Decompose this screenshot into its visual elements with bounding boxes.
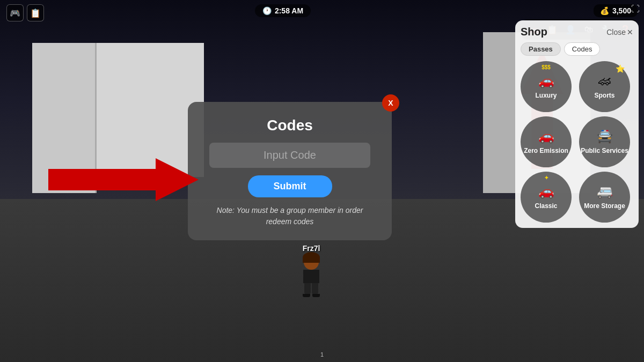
- classic-badge: ✦: [544, 175, 548, 181]
- classic-label: Classic: [535, 202, 557, 210]
- svg-marker-0: [48, 158, 199, 201]
- player-name: Frz7l: [303, 244, 320, 253]
- car-category-luxury[interactable]: $$$ 🚗 Luxury: [521, 61, 572, 112]
- shop-close-label: Close: [606, 28, 626, 36]
- luxury-label: Luxury: [535, 92, 557, 99]
- char-foot-left: [303, 294, 310, 297]
- more-storage-icon: 🚐: [597, 184, 613, 199]
- currency-value: 3,500: [612, 6, 631, 15]
- red-arrow-right: [48, 158, 199, 201]
- shop-tabs: Passes Codes: [521, 42, 633, 56]
- fullscreen-icon[interactable]: ⛶: [631, 4, 640, 14]
- code-input[interactable]: [209, 143, 370, 168]
- modal-close-button[interactable]: X: [382, 94, 399, 112]
- car-category-more-storage[interactable]: 🚐 More Storage: [579, 172, 630, 223]
- car-category-public-services[interactable]: 🚔 Public Services: [579, 116, 630, 167]
- char-leg-right: [312, 283, 318, 294]
- modal-note: Note: You must be a group member in orde…: [209, 205, 370, 227]
- character: Frz7l: [301, 244, 322, 287]
- char-hair: [303, 252, 320, 263]
- time-display: 🕐 2:58 AM: [255, 4, 311, 17]
- more-storage-label: More Storage: [584, 202, 625, 210]
- shop-close-x: ✕: [627, 28, 633, 36]
- classic-car-icon: 🚗: [538, 184, 554, 199]
- shop-header: Shop Close ✕: [521, 26, 633, 38]
- shop-close-button[interactable]: Close ✕: [606, 28, 633, 36]
- char-foot-right: [312, 294, 320, 297]
- tab-passes[interactable]: Passes: [521, 42, 561, 56]
- time-value: 2:58 AM: [275, 6, 303, 15]
- character-body: [301, 255, 322, 287]
- luxury-car-icon: 🚗: [538, 73, 554, 88]
- sports-car-icon: 🏎: [598, 73, 611, 88]
- bottom-indicator: 1: [320, 351, 324, 358]
- wallet-icon: 💰: [600, 6, 609, 15]
- sports-star-icon: ⭐: [616, 64, 625, 73]
- tab-codes[interactable]: Codes: [564, 42, 601, 56]
- submit-button[interactable]: Submit: [248, 175, 332, 197]
- hud-icon-menu[interactable]: 📋: [27, 4, 44, 21]
- modal-title: Codes: [267, 117, 313, 134]
- sports-label: Sports: [594, 92, 614, 99]
- shop-title: Shop: [521, 26, 547, 38]
- char-feet: [301, 294, 322, 297]
- char-leg-left: [304, 283, 311, 294]
- char-head: [304, 255, 319, 270]
- public-services-car-icon: 🚔: [597, 129, 613, 144]
- zero-emission-label: Zero Emission: [524, 147, 568, 154]
- hud-center: 🕐 2:58 AM: [255, 4, 311, 17]
- hud-left: 🎮 📋: [6, 4, 44, 21]
- hud-icon-gamepad[interactable]: 🎮: [6, 4, 24, 21]
- car-grid: $$$ 🚗 Luxury ⭐ 🏎 Sports 🚗 Zero Emission …: [521, 61, 633, 223]
- codes-modal: X Codes Submit Note: You must be a group…: [188, 102, 392, 240]
- clock-icon: 🕐: [262, 6, 272, 15]
- shop-panel: Shop Close ✕ Passes Codes $$$ 🚗 Luxury ⭐…: [515, 20, 639, 228]
- public-services-label: Public Services: [581, 147, 628, 154]
- car-category-zero-emission[interactable]: 🚗 Zero Emission: [521, 116, 572, 167]
- char-torso: [303, 270, 319, 283]
- car-category-classic[interactable]: ✦ 🚗 Classic: [521, 172, 572, 223]
- zero-emission-car-icon: 🚗: [538, 129, 554, 144]
- car-category-sports[interactable]: ⭐ 🏎 Sports: [579, 61, 630, 112]
- luxury-badge: $$$: [541, 64, 551, 70]
- char-legs: [301, 283, 322, 294]
